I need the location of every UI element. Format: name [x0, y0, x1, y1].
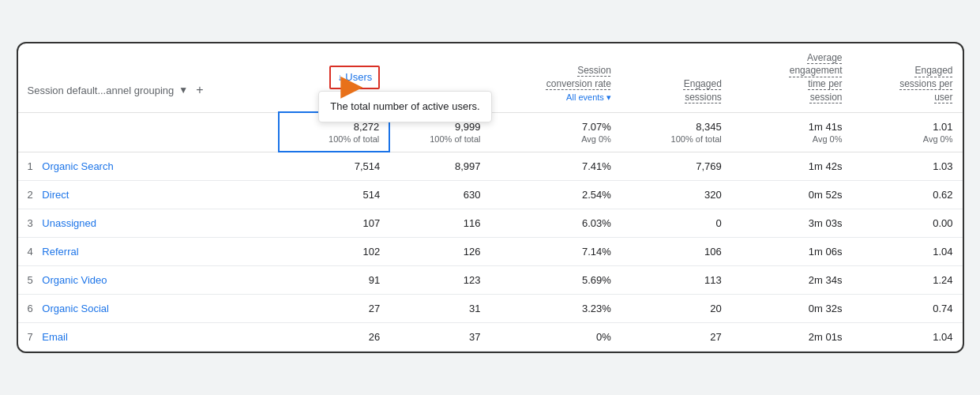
row-conversion-cell: 5.69%	[490, 266, 620, 295]
row-conversion-cell: 6.03%	[490, 209, 620, 238]
row-sessions-cell: 31	[389, 295, 490, 323]
row-rank: 5	[28, 274, 33, 286]
totals-avg-engagement-value: 1m 41s	[741, 121, 843, 133]
totals-engaged-per-user-cell: 1.01 Avg 0%	[851, 112, 962, 152]
totals-conversion-value: 7.07%	[499, 121, 610, 133]
row-engaged-per-user-cell: 0.74	[851, 295, 962, 323]
table-row: 2 Direct 514 630 2.54% 320 0m 52s 0.62	[18, 181, 963, 209]
conversion-column-header[interactable]: Sessionconversion rate All events ▾	[490, 43, 620, 113]
row-engaged-per-user-cell: 1.24	[851, 266, 962, 295]
row-engaged-cell: 0	[621, 209, 731, 238]
row-users-cell: 27	[279, 295, 389, 323]
row-rank: 7	[28, 331, 33, 343]
row-channel-name[interactable]: Organic Search	[42, 160, 113, 172]
row-sessions-cell: 123	[389, 266, 490, 295]
table-row: 5 Organic Video 91 123 5.69% 113 2m 34s …	[18, 266, 963, 295]
row-avg-engagement-cell: 2m 34s	[731, 266, 852, 295]
engaged-per-user-label: Engagedsessions peruser	[899, 65, 952, 103]
row-engaged-cell: 20	[621, 295, 731, 323]
row-channel-name[interactable]: Referral	[42, 246, 78, 258]
table-row: 6 Organic Social 27 31 3.23% 20 0m 32s 0…	[18, 295, 963, 323]
row-avg-engagement-cell: 1m 42s	[731, 152, 852, 181]
totals-users-value: 8,272	[289, 121, 379, 133]
row-channel-cell: 5 Organic Video	[18, 266, 280, 295]
totals-engaged-value: 8,345	[630, 121, 722, 133]
row-sessions-cell: 630	[389, 181, 490, 209]
row-rank: 3	[28, 217, 33, 229]
tooltip-text: The total number of active users.	[330, 100, 479, 112]
row-engaged-cell: 27	[621, 323, 731, 352]
row-users-cell: 26	[279, 323, 389, 352]
totals-grouping-cell	[18, 112, 280, 152]
analytics-table-container: Session default...annel grouping ▼ + ↓ U…	[17, 42, 964, 354]
row-sessions-cell: 126	[389, 238, 490, 266]
table-row: 1 Organic Search 7,514 8,997 7.41% 7,769…	[18, 152, 963, 181]
row-channel-name[interactable]: Organic Video	[42, 274, 107, 286]
engaged-column-header[interactable]: Engagedsessions	[621, 43, 731, 113]
avg-engagement-label: Averageengagementtime persession	[790, 52, 843, 103]
avg-engagement-column-header[interactable]: Averageengagementtime persession	[731, 43, 852, 113]
row-channel-cell: 3 Unassigned	[18, 209, 280, 238]
table-body: 1 Organic Search 7,514 8,997 7.41% 7,769…	[18, 152, 963, 352]
totals-avg-engagement-cell: 1m 41s Avg 0%	[731, 112, 852, 152]
grouping-dropdown-icon[interactable]: ▼	[178, 84, 188, 97]
table-wrapper: Session default...annel grouping ▼ + ↓ U…	[18, 43, 963, 352]
row-users-cell: 7,514	[279, 152, 389, 181]
grouping-column-header: Session default...annel grouping ▼ +	[18, 43, 280, 113]
users-column-header[interactable]: ↓ Users The total number of active users…	[279, 43, 389, 113]
row-avg-engagement-cell: 0m 52s	[731, 181, 852, 209]
row-channel-name[interactable]: Unassigned	[42, 217, 96, 229]
row-channel-cell: 4 Referral	[18, 238, 280, 266]
conversion-sub-label[interactable]: All events ▾	[499, 92, 610, 103]
row-conversion-cell: 7.41%	[490, 152, 620, 181]
totals-users-sub: 100% of total	[289, 134, 379, 144]
conversion-label: Sessionconversion rate	[546, 65, 611, 89]
row-users-cell: 102	[279, 238, 389, 266]
row-conversion-cell: 0%	[490, 323, 620, 352]
totals-conversion-cell: 7.07% Avg 0%	[490, 112, 620, 152]
row-rank: 2	[28, 189, 33, 201]
totals-conversion-sub: Avg 0%	[499, 134, 610, 144]
row-avg-engagement-cell: 0m 32s	[731, 295, 852, 323]
row-engaged-per-user-cell: 1.03	[851, 152, 962, 181]
add-column-button[interactable]: +	[196, 81, 203, 99]
row-channel-name[interactable]: Email	[42, 331, 68, 343]
row-channel-cell: 6 Organic Social	[18, 295, 280, 323]
engaged-label: Engagedsessions	[684, 78, 722, 103]
row-sessions-cell: 37	[389, 323, 490, 352]
row-rank: 1	[28, 160, 33, 172]
engaged-per-user-column-header[interactable]: Engagedsessions peruser	[851, 43, 962, 113]
totals-engaged-per-user-value: 1.01	[861, 121, 952, 133]
row-engaged-cell: 106	[621, 238, 731, 266]
row-engaged-per-user-cell: 1.04	[851, 323, 962, 352]
row-sessions-cell: 8,997	[389, 152, 490, 181]
row-rank: 6	[28, 303, 33, 314]
header-row: Session default...annel grouping ▼ + ↓ U…	[18, 43, 963, 113]
row-engaged-per-user-cell: 0.00	[851, 209, 962, 238]
row-avg-engagement-cell: 2m 01s	[731, 323, 852, 352]
row-channel-name[interactable]: Organic Social	[42, 303, 109, 314]
row-engaged-cell: 7,769	[621, 152, 731, 181]
row-channel-name[interactable]: Direct	[42, 189, 69, 201]
row-sessions-cell: 116	[389, 209, 490, 238]
row-conversion-cell: 7.14%	[490, 238, 620, 266]
row-conversion-cell: 3.23%	[490, 295, 620, 323]
totals-avg-engagement-sub: Avg 0%	[741, 134, 843, 144]
row-users-cell: 107	[279, 209, 389, 238]
grouping-label: Session default...annel grouping	[28, 84, 175, 98]
row-avg-engagement-cell: 3m 03s	[731, 209, 852, 238]
totals-engaged-cell: 8,345 100% of total	[621, 112, 731, 152]
row-channel-cell: 7 Email	[18, 323, 280, 352]
row-users-cell: 91	[279, 266, 389, 295]
totals-engaged-per-user-sub: Avg 0%	[861, 134, 952, 144]
table-row: 3 Unassigned 107 116 6.03% 0 3m 03s 0.00	[18, 209, 963, 238]
totals-engaged-sub: 100% of total	[630, 134, 722, 144]
row-avg-engagement-cell: 1m 06s	[731, 238, 852, 266]
row-engaged-cell: 320	[621, 181, 731, 209]
row-rank: 4	[28, 246, 33, 258]
data-table: Session default...annel grouping ▼ + ↓ U…	[18, 43, 963, 352]
row-channel-cell: 1 Organic Search	[18, 152, 280, 181]
row-engaged-cell: 113	[621, 266, 731, 295]
table-row: 7 Email 26 37 0% 27 2m 01s 1.04	[18, 323, 963, 352]
row-channel-cell: 2 Direct	[18, 181, 280, 209]
